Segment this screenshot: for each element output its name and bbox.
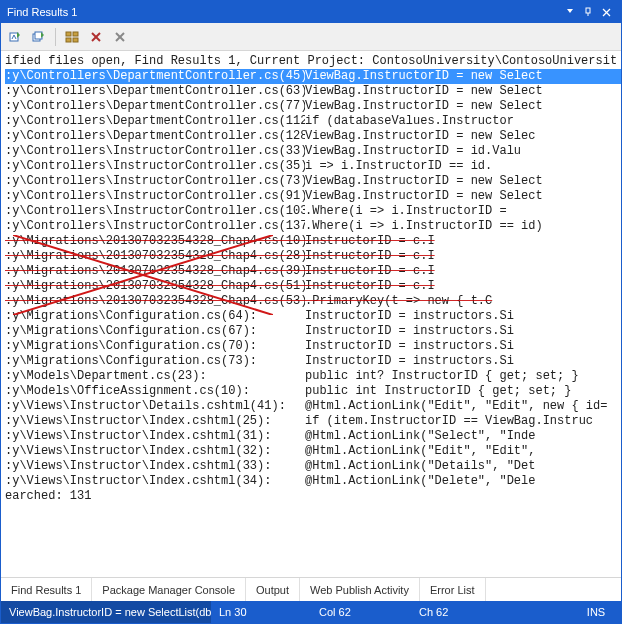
result-line[interactable]: :y\Views\Instructor\Index.cshtml(32): @H… <box>5 444 621 459</box>
result-line[interactable]: :y\Controllers\DepartmentController.cs(7… <box>5 99 621 114</box>
status-col: Col 62 <box>311 601 411 623</box>
goto-location-icon[interactable] <box>5 27 25 47</box>
result-line[interactable]: :y\Controllers\DepartmentController.cs(4… <box>5 69 621 84</box>
svg-rect-8 <box>66 32 71 36</box>
tab-web-publish-activity[interactable]: Web Publish Activity <box>300 578 420 601</box>
result-line[interactable]: :y\Migrations\Configuration.cs(64): Inst… <box>5 309 621 324</box>
window-position-icon[interactable] <box>561 4 579 20</box>
statusbar: ViewBag.InstructorID = new SelectList(db… <box>1 601 621 623</box>
result-line[interactable]: :y\Controllers\InstructorController.cs(3… <box>5 144 621 159</box>
bottom-tabs: Find Results 1Package Manager ConsoleOut… <box>1 577 621 601</box>
result-line[interactable]: :y\Controllers\InstructorController.cs(3… <box>5 159 621 174</box>
result-line[interactable]: :y\Views\Instructor\Index.cshtml(31): @H… <box>5 429 621 444</box>
goto-next-icon[interactable] <box>29 27 49 47</box>
result-line[interactable]: :y\Views\Instructor\Index.cshtml(25): if… <box>5 414 621 429</box>
result-line[interactable]: :y\Migrations\201307032354328_Chap4.cs(1… <box>5 234 621 249</box>
result-line[interactable]: :y\Controllers\InstructorController.cs(9… <box>5 189 621 204</box>
clear-icon[interactable] <box>110 27 130 47</box>
svg-rect-11 <box>73 38 78 42</box>
svg-rect-10 <box>66 38 71 42</box>
results-footer: earched: 131 <box>5 489 621 504</box>
result-line[interactable]: :y\Migrations\201307032354328_Chap4.cs(5… <box>5 279 621 294</box>
result-line[interactable]: :y\Controllers\InstructorController.cs(7… <box>5 174 621 189</box>
svg-rect-7 <box>35 32 42 39</box>
result-line[interactable]: :y\Views\Instructor\Details.cshtml(41): … <box>5 399 621 414</box>
result-line[interactable]: :y\Controllers\DepartmentController.cs(6… <box>5 84 621 99</box>
tab-error-list[interactable]: Error List <box>420 578 486 601</box>
toolbar <box>1 23 621 51</box>
result-line[interactable]: :y\Models\Department.cs(23): public int?… <box>5 369 621 384</box>
tab-package-manager-console[interactable]: Package Manager Console <box>92 578 246 601</box>
stop-icon[interactable] <box>86 27 106 47</box>
result-line[interactable]: :y\Controllers\DepartmentController.cs(1… <box>5 114 621 129</box>
tab-find-results-1[interactable]: Find Results 1 <box>1 578 92 601</box>
tab-output[interactable]: Output <box>246 578 300 601</box>
result-line[interactable]: :y\Models\OfficeAssignment.cs(10): publi… <box>5 384 621 399</box>
results-header: ified files open, Find Results 1, Curren… <box>5 54 621 69</box>
result-line[interactable]: :y\Migrations\201307032354328_Chap4.cs(3… <box>5 264 621 279</box>
result-line[interactable]: :y\Migrations\Configuration.cs(73): Inst… <box>5 354 621 369</box>
pin-icon[interactable] <box>579 4 597 20</box>
gallery-icon[interactable] <box>62 27 82 47</box>
result-line[interactable]: :y\Migrations\Configuration.cs(70): Inst… <box>5 339 621 354</box>
result-line[interactable]: :y\Migrations\201307032354328_Chap4.cs(2… <box>5 249 621 264</box>
titlebar: Find Results 1 <box>1 1 621 23</box>
result-line[interactable]: :y\Views\Instructor\Index.cshtml(33): @H… <box>5 459 621 474</box>
svg-rect-1 <box>586 8 590 13</box>
svg-marker-0 <box>567 9 573 13</box>
svg-rect-9 <box>73 32 78 36</box>
result-line[interactable]: :y\Migrations\201307032354328_Chap4.cs(5… <box>5 294 621 309</box>
status-mode: INS <box>571 601 621 623</box>
result-line[interactable]: :y\Views\Instructor\Index.cshtml(34): @H… <box>5 474 621 489</box>
status-line: Ln 30 <box>211 601 311 623</box>
close-icon[interactable] <box>597 4 615 20</box>
result-line[interactable]: :y\Controllers\InstructorController.cs(1… <box>5 219 621 234</box>
result-line[interactable]: :y\Controllers\DepartmentController.cs(1… <box>5 129 621 144</box>
results-pane[interactable]: ified files open, Find Results 1, Curren… <box>1 51 621 577</box>
result-line[interactable]: :y\Controllers\InstructorController.cs(1… <box>5 204 621 219</box>
status-ch: Ch 62 <box>411 601 571 623</box>
result-line[interactable]: :y\Migrations\Configuration.cs(67): Inst… <box>5 324 621 339</box>
window-title: Find Results 1 <box>7 6 561 18</box>
status-context: ViewBag.InstructorID = new SelectList(db… <box>1 601 211 623</box>
toolbar-separator <box>55 28 56 46</box>
